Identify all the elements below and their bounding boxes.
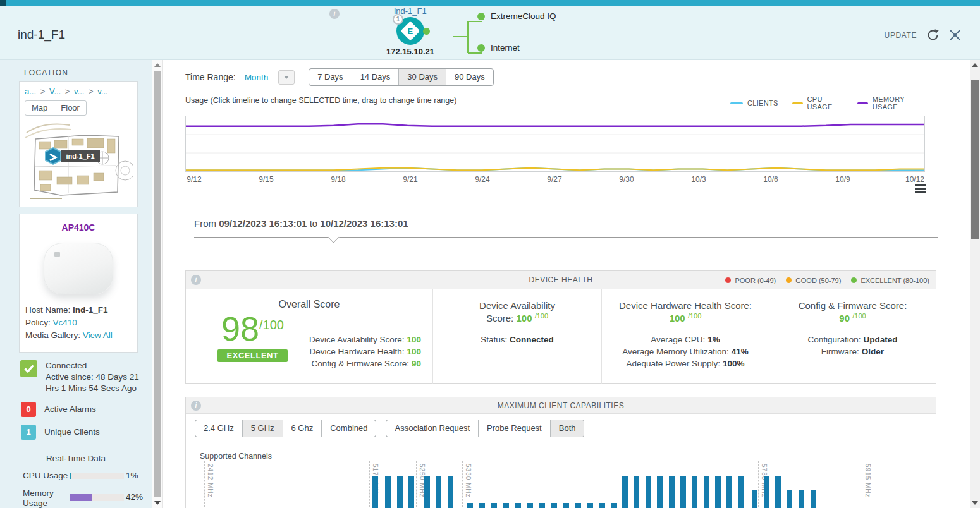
channel-bar-tall[interactable] (726, 476, 732, 508)
info-icon[interactable]: i (191, 401, 201, 411)
channel-bar-short[interactable] (575, 503, 581, 508)
band-button-2-4-ghz[interactable]: 2.4 GHz (195, 420, 242, 437)
range-button-7-days[interactable]: 7 Days (309, 69, 351, 85)
channel-bar-tall[interactable] (764, 476, 769, 508)
range-button-90-days[interactable]: 90 Days (446, 69, 493, 85)
breadcrumb-item[interactable]: v... (74, 87, 84, 96)
topology-node-internet[interactable]: Internet (477, 43, 520, 52)
channel-bar-short[interactable] (539, 503, 545, 508)
channel-bar-short[interactable] (503, 503, 509, 508)
metric-value: 1% (707, 335, 720, 344)
channel-bar-tall[interactable] (436, 476, 441, 508)
channel-bar-tall[interactable] (385, 476, 391, 508)
band-button-6-ghz[interactable]: 6 Ghz (283, 420, 322, 437)
range-button-14-days[interactable]: 14 Days (352, 69, 399, 85)
health-score-legend: POOR (0-49)GOOD (50-79)EXCELLENT (80-100… (725, 271, 929, 289)
channel-bar-tall[interactable] (680, 476, 686, 508)
channel-bar-short[interactable] (599, 503, 605, 508)
request-button-association-request[interactable]: Association Request (386, 420, 478, 437)
legend-item-memory-usage[interactable]: MEMORY USAGE (857, 95, 923, 111)
channel-bar-tall[interactable] (704, 476, 709, 508)
request-button-both[interactable]: Both (550, 420, 584, 437)
client-count-badge: 1 (21, 425, 36, 440)
channel-bar-tall[interactable] (622, 476, 628, 508)
request-button-probe-request[interactable]: Probe Request (478, 420, 550, 437)
metric-label: Average CPU: (651, 335, 705, 344)
update-button[interactable]: UPDATE (885, 31, 917, 40)
channel-bar-short[interactable] (587, 503, 593, 508)
info-icon[interactable]: i (191, 275, 201, 285)
refresh-icon[interactable] (926, 28, 940, 42)
policy-link[interactable]: Vc410 (53, 318, 77, 327)
time-range-dropdown-button[interactable] (278, 70, 295, 85)
channel-bar-tall[interactable] (715, 476, 721, 508)
channel-bar-short[interactable] (527, 503, 533, 508)
scrollbar-thumb[interactable] (971, 80, 979, 239)
channel-bar-short[interactable] (563, 503, 569, 508)
breadcrumb-item[interactable]: a... (25, 87, 36, 96)
channel-bar-tall[interactable] (408, 476, 414, 508)
range-button-group: 7 Days14 Days30 Days90 Days (309, 68, 494, 86)
content-scrollbar-left[interactable] (152, 60, 163, 508)
channel-bar-medium[interactable] (787, 490, 792, 508)
band-button-5-ghz[interactable]: 5 GHz (242, 420, 283, 437)
channel-bar-tall[interactable] (634, 476, 639, 508)
channel-bar-short[interactable] (515, 503, 521, 508)
channel-bar-tall[interactable] (372, 476, 378, 508)
channel-bar-short[interactable] (491, 503, 497, 508)
scroll-down-arrow[interactable] (972, 501, 978, 505)
client-capabilities-header: i MAXIMUM CLIENT CAPABILITIES (186, 397, 936, 414)
channel-bar-tall[interactable] (669, 476, 675, 508)
view-all-link[interactable]: View All (83, 330, 113, 340)
legend-item-clients[interactable]: CLIENTS (730, 99, 778, 107)
channel-bar-short[interactable] (551, 503, 557, 508)
channel-bar-tall[interactable] (657, 476, 663, 508)
channel-bar-tall[interactable] (424, 476, 430, 508)
breadcrumb-item[interactable]: v... (97, 87, 107, 96)
overall-score-column: Overall Score 98/100 EXCELLENT Device Av… (186, 289, 432, 384)
channel-bar-tall[interactable] (397, 476, 403, 508)
range-button-30-days[interactable]: 30 Days (398, 69, 446, 85)
topology-device[interactable]: ind-1_F1 1 E 172.15.10.21 (379, 6, 442, 56)
period-pointer (328, 231, 339, 243)
scroll-up-arrow[interactable] (972, 63, 978, 67)
channel-bar-tall[interactable] (775, 476, 781, 508)
chart-menu-icon[interactable] (915, 184, 926, 194)
band-button-combined[interactable]: Combined (321, 420, 376, 437)
active-alarms-row[interactable]: 0 Active Alarms (21, 402, 96, 417)
topology-diagram: i ind-1_F1 1 E 172.15.10.21 ExtremeCloud… (319, 6, 597, 60)
supported-channels-chart[interactable]: 2412 MHz5170 MHz5250 MHz5330 MHz5730 MHz… (186, 461, 937, 508)
config-firmware-score: 90 /100 (769, 312, 936, 324)
info-icon[interactable]: i (329, 9, 340, 19)
health-legend-label: EXCELLENT (80-100) (861, 277, 929, 284)
metric-row: Device Hardware Health:100 (309, 346, 421, 358)
map-button[interactable]: Map (25, 101, 54, 115)
channel-bar-medium[interactable] (799, 490, 804, 508)
channel-bar-tall[interactable] (646, 476, 651, 508)
channel-bar-medium[interactable] (752, 490, 757, 508)
header: ind-1_F1 i ind-1_F1 1 E 172.15.10.21 E (0, 6, 980, 60)
scroll-down-arrow[interactable] (154, 501, 161, 505)
scroll-up-arrow[interactable] (154, 63, 161, 67)
channel-bar-medium[interactable] (811, 490, 816, 508)
channel-bar-tall[interactable] (692, 476, 697, 508)
unique-clients-row[interactable]: 1 Unique Clients (21, 425, 100, 440)
floor-plan-image[interactable]: ind-1_F1 (24, 119, 133, 202)
scrollbar-thumb[interactable] (154, 71, 161, 497)
breadcrumb-item[interactable]: V... (49, 87, 61, 96)
window-scrollbar[interactable] (970, 60, 980, 508)
channel-bar-tall[interactable] (738, 476, 744, 508)
legend-item-cpu-usage[interactable]: CPU USAGE (792, 95, 843, 111)
time-range-value[interactable]: Month (245, 73, 269, 82)
active-since-line2: Hrs 1 Mins 54 Secs Ago (46, 383, 139, 394)
topology-node-cloud[interactable]: ExtremeCloud IQ (477, 11, 556, 21)
marker-label: ind-1_F1 (66, 152, 94, 160)
channel-bar-tall[interactable] (448, 476, 453, 508)
channel-bar-short[interactable] (611, 503, 617, 508)
channel-bar-short[interactable] (467, 503, 473, 508)
channel-bar-short[interactable] (479, 503, 485, 508)
usage-timeline-chart[interactable] (185, 116, 925, 172)
device-port-dot (423, 28, 430, 35)
floor-button[interactable]: Floor (54, 101, 86, 115)
close-icon[interactable] (949, 29, 961, 41)
